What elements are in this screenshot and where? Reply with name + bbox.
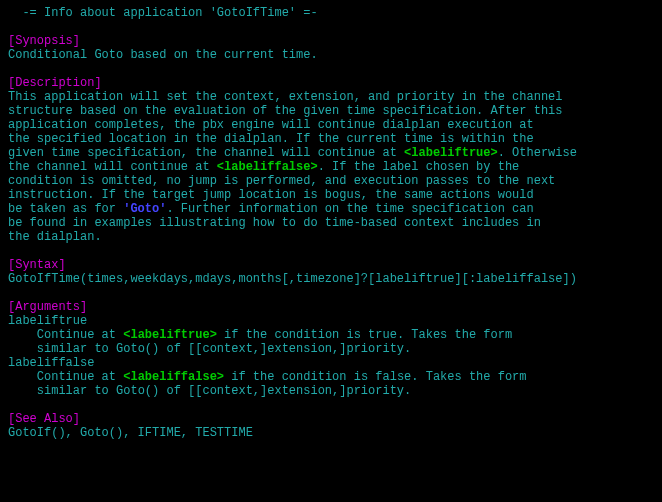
desc-l4: the specified location in the dialplan. … [8, 132, 534, 146]
seealso-text: GotoIf(), Goto(), IFTIME, TESTTIME [8, 426, 253, 440]
arg-lt-l1b: if the condition is true. Takes the form [217, 328, 512, 342]
desc-l6b: . If the label chosen by the [318, 160, 520, 174]
terminal-output: -= Info about application 'GotoIfTime' =… [8, 6, 654, 440]
desc-l10: be found in examples illustrating how to… [8, 216, 541, 230]
desc-l8: instruction. If the target jump location… [8, 188, 534, 202]
labeliffalse-tag: <labeliffalse> [217, 160, 318, 174]
arg-lf-l2: similar to Goto() of [[context,]extensio… [8, 384, 411, 398]
section-description: [Description] [8, 76, 102, 90]
section-syntax: [Syntax] [8, 258, 66, 272]
desc-l5b: . Otherwise [498, 146, 577, 160]
synopsis-text: Conditional Goto based on the current ti… [8, 48, 318, 62]
arg-lf-l1a: Continue at [8, 370, 123, 384]
arg-lt-name: labeliftrue [8, 314, 87, 328]
desc-l5a: given time specification, the channel wi… [8, 146, 404, 160]
desc-l6a: the channel will continue at [8, 160, 217, 174]
labeliftrue-tag: <labeliftrue> [404, 146, 498, 160]
desc-l3: application completes, the pbx engine wi… [8, 118, 534, 132]
syntax-text: GotoIfTime(times,weekdays,mdays,months[,… [8, 272, 577, 286]
arg-lf-tag: <labeliffalse> [123, 370, 224, 384]
desc-l11: the dialplan. [8, 230, 102, 244]
desc-l1: This application will set the context, e… [8, 90, 563, 104]
desc-l7: condition is omitted, no jump is perform… [8, 174, 555, 188]
section-arguments: [Arguments] [8, 300, 87, 314]
arg-lt-tag: <labeliftrue> [123, 328, 217, 342]
title-line: -= Info about application 'GotoIfTime' =… [8, 6, 318, 20]
arg-lf-name: labeliffalse [8, 356, 94, 370]
desc-l9b: . Further information on the time specif… [166, 202, 533, 216]
desc-l9a: be taken as for [8, 202, 123, 216]
section-seealso: [See Also] [8, 412, 80, 426]
desc-l2: structure based on the evaluation of the… [8, 104, 563, 118]
arg-lt-l2: similar to Goto() of [[context,]extensio… [8, 342, 411, 356]
arg-lt-l1a: Continue at [8, 328, 123, 342]
goto-ref: 'Goto' [123, 202, 166, 216]
section-synopsis: [Synopsis] [8, 34, 80, 48]
arg-lf-l1b: if the condition is false. Takes the for… [224, 370, 526, 384]
